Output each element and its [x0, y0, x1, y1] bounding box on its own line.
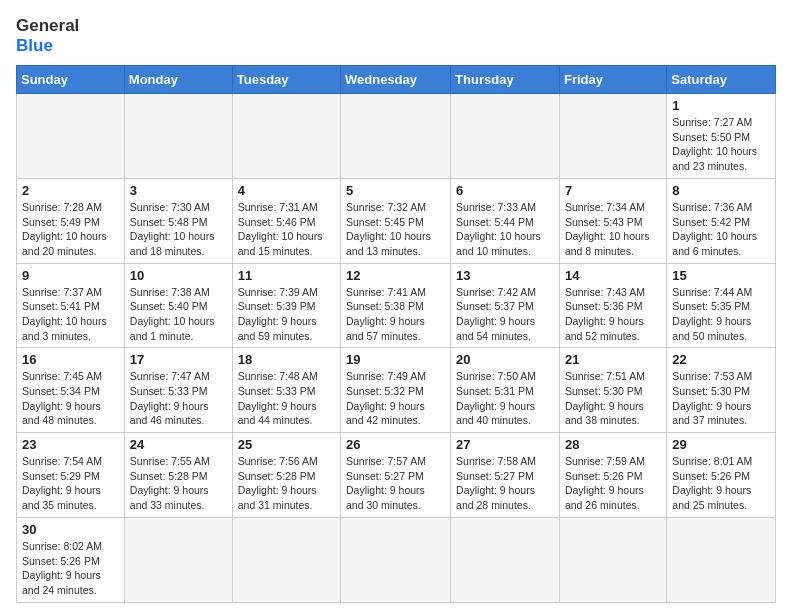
calendar-day-cell [17, 94, 125, 179]
calendar-day-cell [559, 517, 666, 602]
day-number: 20 [456, 352, 554, 367]
weekday-header-cell: Thursday [451, 66, 560, 94]
day-number: 24 [130, 437, 227, 452]
day-number: 15 [672, 268, 770, 283]
calendar-week-row: 1Sunrise: 7:27 AM Sunset: 5:50 PM Daylig… [17, 94, 776, 179]
day-info: Sunrise: 7:38 AM Sunset: 5:40 PM Dayligh… [130, 285, 227, 344]
calendar-day-cell [559, 94, 666, 179]
calendar-day-cell: 5Sunrise: 7:32 AM Sunset: 5:45 PM Daylig… [341, 178, 451, 263]
day-number: 26 [346, 437, 445, 452]
calendar-day-cell: 23Sunrise: 7:54 AM Sunset: 5:29 PM Dayli… [17, 433, 125, 518]
day-info: Sunrise: 7:41 AM Sunset: 5:38 PM Dayligh… [346, 285, 445, 344]
day-info: Sunrise: 7:49 AM Sunset: 5:32 PM Dayligh… [346, 369, 445, 428]
day-info: Sunrise: 7:48 AM Sunset: 5:33 PM Dayligh… [238, 369, 335, 428]
day-number: 9 [22, 268, 119, 283]
day-info: Sunrise: 7:43 AM Sunset: 5:36 PM Dayligh… [565, 285, 661, 344]
calendar-week-row: 2Sunrise: 7:28 AM Sunset: 5:49 PM Daylig… [17, 178, 776, 263]
weekday-header-cell: Friday [559, 66, 666, 94]
day-info: Sunrise: 7:59 AM Sunset: 5:26 PM Dayligh… [565, 454, 661, 513]
day-number: 5 [346, 183, 445, 198]
calendar-day-cell: 9Sunrise: 7:37 AM Sunset: 5:41 PM Daylig… [17, 263, 125, 348]
calendar-day-cell: 18Sunrise: 7:48 AM Sunset: 5:33 PM Dayli… [232, 348, 340, 433]
day-info: Sunrise: 7:45 AM Sunset: 5:34 PM Dayligh… [22, 369, 119, 428]
calendar-day-cell: 7Sunrise: 7:34 AM Sunset: 5:43 PM Daylig… [559, 178, 666, 263]
day-info: Sunrise: 7:30 AM Sunset: 5:48 PM Dayligh… [130, 200, 227, 259]
day-info: Sunrise: 7:50 AM Sunset: 5:31 PM Dayligh… [456, 369, 554, 428]
calendar-day-cell: 17Sunrise: 7:47 AM Sunset: 5:33 PM Dayli… [124, 348, 232, 433]
calendar-day-cell: 16Sunrise: 7:45 AM Sunset: 5:34 PM Dayli… [17, 348, 125, 433]
day-info: Sunrise: 7:56 AM Sunset: 5:28 PM Dayligh… [238, 454, 335, 513]
day-number: 1 [672, 98, 770, 113]
day-number: 19 [346, 352, 445, 367]
logo-blue-text: Blue [16, 36, 79, 56]
calendar-day-cell: 25Sunrise: 7:56 AM Sunset: 5:28 PM Dayli… [232, 433, 340, 518]
calendar-day-cell: 3Sunrise: 7:30 AM Sunset: 5:48 PM Daylig… [124, 178, 232, 263]
calendar-day-cell [232, 94, 340, 179]
calendar-day-cell: 21Sunrise: 7:51 AM Sunset: 5:30 PM Dayli… [559, 348, 666, 433]
calendar-day-cell: 30Sunrise: 8:02 AM Sunset: 5:26 PM Dayli… [17, 517, 125, 602]
day-info: Sunrise: 7:55 AM Sunset: 5:28 PM Dayligh… [130, 454, 227, 513]
calendar-day-cell [451, 517, 560, 602]
calendar-day-cell: 1Sunrise: 7:27 AM Sunset: 5:50 PM Daylig… [667, 94, 776, 179]
day-info: Sunrise: 7:32 AM Sunset: 5:45 PM Dayligh… [346, 200, 445, 259]
day-number: 28 [565, 437, 661, 452]
calendar-day-cell: 20Sunrise: 7:50 AM Sunset: 5:31 PM Dayli… [451, 348, 560, 433]
calendar-day-cell: 6Sunrise: 7:33 AM Sunset: 5:44 PM Daylig… [451, 178, 560, 263]
day-number: 7 [565, 183, 661, 198]
day-number: 17 [130, 352, 227, 367]
calendar-week-row: 23Sunrise: 7:54 AM Sunset: 5:29 PM Dayli… [17, 433, 776, 518]
day-number: 3 [130, 183, 227, 198]
calendar-day-cell: 14Sunrise: 7:43 AM Sunset: 5:36 PM Dayli… [559, 263, 666, 348]
calendar-day-cell: 12Sunrise: 7:41 AM Sunset: 5:38 PM Dayli… [341, 263, 451, 348]
day-number: 6 [456, 183, 554, 198]
weekday-header-cell: Wednesday [341, 66, 451, 94]
day-info: Sunrise: 7:27 AM Sunset: 5:50 PM Dayligh… [672, 115, 770, 174]
calendar-day-cell: 22Sunrise: 7:53 AM Sunset: 5:30 PM Dayli… [667, 348, 776, 433]
weekday-header-row: SundayMondayTuesdayWednesdayThursdayFrid… [17, 66, 776, 94]
logo: General Blue [16, 16, 79, 55]
calendar-week-row: 30Sunrise: 8:02 AM Sunset: 5:26 PM Dayli… [17, 517, 776, 602]
day-number: 12 [346, 268, 445, 283]
day-number: 2 [22, 183, 119, 198]
calendar-day-cell: 10Sunrise: 7:38 AM Sunset: 5:40 PM Dayli… [124, 263, 232, 348]
logo-general-text: General [16, 16, 79, 36]
calendar-day-cell [341, 94, 451, 179]
calendar-day-cell: 24Sunrise: 7:55 AM Sunset: 5:28 PM Dayli… [124, 433, 232, 518]
calendar-day-cell: 27Sunrise: 7:58 AM Sunset: 5:27 PM Dayli… [451, 433, 560, 518]
day-number: 25 [238, 437, 335, 452]
calendar-day-cell [451, 94, 560, 179]
day-number: 18 [238, 352, 335, 367]
calendar-day-cell: 11Sunrise: 7:39 AM Sunset: 5:39 PM Dayli… [232, 263, 340, 348]
day-number: 30 [22, 522, 119, 537]
calendar-day-cell: 19Sunrise: 7:49 AM Sunset: 5:32 PM Dayli… [341, 348, 451, 433]
calendar-day-cell [232, 517, 340, 602]
calendar-day-cell [124, 517, 232, 602]
day-number: 14 [565, 268, 661, 283]
day-info: Sunrise: 7:39 AM Sunset: 5:39 PM Dayligh… [238, 285, 335, 344]
calendar-day-cell: 29Sunrise: 8:01 AM Sunset: 5:26 PM Dayli… [667, 433, 776, 518]
day-info: Sunrise: 7:33 AM Sunset: 5:44 PM Dayligh… [456, 200, 554, 259]
calendar-table: SundayMondayTuesdayWednesdayThursdayFrid… [16, 65, 776, 603]
day-info: Sunrise: 7:57 AM Sunset: 5:27 PM Dayligh… [346, 454, 445, 513]
day-info: Sunrise: 7:34 AM Sunset: 5:43 PM Dayligh… [565, 200, 661, 259]
calendar-day-cell [341, 517, 451, 602]
day-number: 23 [22, 437, 119, 452]
day-info: Sunrise: 7:58 AM Sunset: 5:27 PM Dayligh… [456, 454, 554, 513]
weekday-header-cell: Tuesday [232, 66, 340, 94]
calendar-day-cell: 4Sunrise: 7:31 AM Sunset: 5:46 PM Daylig… [232, 178, 340, 263]
calendar-day-cell [124, 94, 232, 179]
day-info: Sunrise: 7:54 AM Sunset: 5:29 PM Dayligh… [22, 454, 119, 513]
day-info: Sunrise: 8:01 AM Sunset: 5:26 PM Dayligh… [672, 454, 770, 513]
calendar-day-cell: 28Sunrise: 7:59 AM Sunset: 5:26 PM Dayli… [559, 433, 666, 518]
weekday-header-cell: Saturday [667, 66, 776, 94]
day-number: 27 [456, 437, 554, 452]
day-info: Sunrise: 7:51 AM Sunset: 5:30 PM Dayligh… [565, 369, 661, 428]
calendar-day-cell: 13Sunrise: 7:42 AM Sunset: 5:37 PM Dayli… [451, 263, 560, 348]
day-number: 10 [130, 268, 227, 283]
day-info: Sunrise: 7:37 AM Sunset: 5:41 PM Dayligh… [22, 285, 119, 344]
day-info: Sunrise: 7:28 AM Sunset: 5:49 PM Dayligh… [22, 200, 119, 259]
day-info: Sunrise: 7:44 AM Sunset: 5:35 PM Dayligh… [672, 285, 770, 344]
day-info: Sunrise: 7:42 AM Sunset: 5:37 PM Dayligh… [456, 285, 554, 344]
calendar-day-cell: 8Sunrise: 7:36 AM Sunset: 5:42 PM Daylig… [667, 178, 776, 263]
day-number: 16 [22, 352, 119, 367]
